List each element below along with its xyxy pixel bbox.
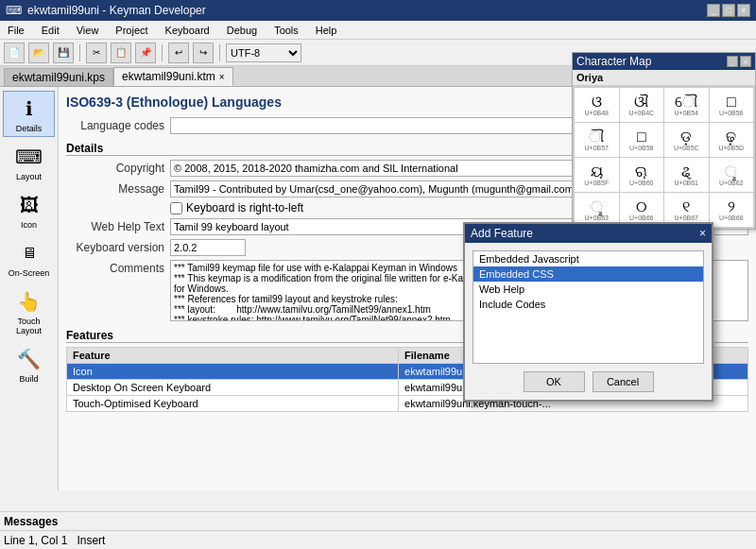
menu-project[interactable]: Project bbox=[112, 24, 151, 37]
dialog-list-item-selected[interactable]: Embedded CSS bbox=[473, 266, 703, 282]
encoding-select[interactable]: UTF-8 bbox=[226, 43, 301, 62]
copy-button[interactable]: 📋 bbox=[111, 43, 131, 63]
maximize-button[interactable]: □ bbox=[722, 4, 735, 17]
char-cell[interactable]: □ U+0B56 bbox=[710, 88, 754, 122]
save-button[interactable]: 💾 bbox=[53, 43, 74, 63]
char-map-panel: Character Map _ × Oriya ଓ U+0B48 ଔ U+0B4… bbox=[572, 52, 756, 230]
paste-button[interactable]: 📌 bbox=[135, 43, 156, 63]
dialog-title-bar: Add Feature × bbox=[465, 224, 712, 243]
char-cell[interactable]: ଓ U+0B48 bbox=[575, 88, 619, 122]
app-icon: ⌨ bbox=[6, 4, 22, 17]
open-button[interactable]: 📂 bbox=[28, 43, 49, 63]
cancel-button[interactable]: Cancel bbox=[593, 371, 654, 392]
sidebar-details-label: Details bbox=[16, 124, 43, 133]
menu-help[interactable]: Help bbox=[312, 24, 341, 37]
char-cell[interactable]: ୢ U+0B62 bbox=[710, 158, 754, 192]
messages-label: Messages bbox=[4, 515, 58, 528]
copyright-label: Copyright bbox=[66, 160, 170, 175]
touch-icon: 👆 bbox=[15, 287, 43, 316]
char-cell[interactable]: ୟ U+0B5F bbox=[575, 158, 619, 192]
version-label: Keyboard version bbox=[66, 239, 170, 254]
char-map-minimize[interactable]: _ bbox=[727, 56, 738, 67]
close-button[interactable]: × bbox=[737, 4, 750, 17]
tab-kps[interactable]: ekwtamil99uni.kps bbox=[4, 68, 113, 86]
dialog-list: Embedded Javascript Embedded CSS Web Hel… bbox=[472, 250, 704, 364]
toolbar-separator-3 bbox=[219, 44, 220, 61]
tab-ktm-close[interactable]: × bbox=[219, 72, 225, 82]
details-icon: ℹ bbox=[15, 94, 43, 123]
char-cell[interactable]: ଢ଼ U+0B5D bbox=[710, 123, 754, 157]
layout-icon: ⌨ bbox=[15, 143, 43, 171]
language-codes-label: Language codes bbox=[66, 117, 170, 132]
menu-file[interactable]: File bbox=[4, 24, 28, 37]
icon-icon: 🖼 bbox=[15, 191, 43, 219]
char-cell[interactable]: ୌ U+0B54 bbox=[664, 88, 709, 122]
dialog-title: Add Feature bbox=[471, 227, 533, 240]
sidebar-item-build[interactable]: 🔨 Build bbox=[3, 341, 55, 387]
sidebar-touch-label: Touch Layout bbox=[6, 317, 52, 335]
feature-cell: Desktop On Screen Keyboard bbox=[67, 380, 399, 396]
tab-ktm-label: ekwtamil99uni.ktm bbox=[122, 70, 215, 83]
menu-tools[interactable]: Tools bbox=[270, 24, 302, 37]
char-cell[interactable]: ୡ U+0B61 bbox=[664, 158, 709, 192]
char-cell[interactable]: □ U+0B58 bbox=[620, 123, 664, 157]
title-bar: ⌨ ekwtamil99uni - Keyman Developer _ □ × bbox=[0, 0, 756, 21]
sidebar-item-icon[interactable]: 🖼 Icon bbox=[3, 187, 55, 233]
menu-view[interactable]: View bbox=[73, 24, 103, 37]
redo-button[interactable]: ↪ bbox=[193, 43, 214, 63]
toolbar-separator-1 bbox=[79, 44, 80, 61]
char-cell[interactable]: ୨ U+0B68 bbox=[710, 193, 754, 227]
build-icon: 🔨 bbox=[15, 345, 43, 373]
dialog-list-item[interactable]: Web Help bbox=[473, 282, 703, 297]
sidebar: ℹ Details ⌨ Layout 🖼 Icon 🖥 On-Screen 👆 … bbox=[0, 87, 59, 490]
onscreen-icon: 🖥 bbox=[15, 239, 43, 267]
char-cell[interactable]: ଡ଼ U+0B5C bbox=[664, 123, 709, 157]
char-map-subtitle: Oriya bbox=[573, 70, 755, 86]
dialog-buttons: OK Cancel bbox=[472, 371, 704, 392]
status-bar: Line 1, Col 1 Insert bbox=[0, 530, 756, 549]
sidebar-onscreen-label: On-Screen bbox=[9, 268, 50, 278]
undo-button[interactable]: ↩ bbox=[168, 43, 189, 63]
char-map-title: Character Map bbox=[576, 55, 651, 68]
ok-button[interactable]: OK bbox=[524, 371, 585, 392]
menu-debug[interactable]: Debug bbox=[223, 24, 261, 37]
dialog-content: Embedded Javascript Embedded CSS Web Hel… bbox=[465, 243, 712, 400]
message-label: Message bbox=[66, 180, 170, 196]
tab-kps-label: ekwtamil99uni.kps bbox=[12, 71, 105, 84]
feature-cell: Icon bbox=[67, 364, 399, 380]
char-grid: ଓ U+0B48 ଔ U+0B4C ୌ U+0B54 □ U+0B56 ୗ U+… bbox=[573, 86, 755, 229]
dialog-list-item[interactable]: Embedded Javascript bbox=[473, 251, 703, 266]
tab-ktm[interactable]: ekwtamil99uni.ktm × bbox=[113, 67, 233, 86]
sidebar-item-touch[interactable]: 👆 Touch Layout bbox=[3, 283, 55, 339]
feature-cell: Touch-Optimised Keyboard bbox=[67, 396, 399, 412]
char-cell[interactable]: ୠ U+0B60 bbox=[620, 158, 664, 192]
menu-edit[interactable]: Edit bbox=[38, 24, 63, 37]
edit-mode: Insert bbox=[77, 534, 105, 547]
version-input[interactable] bbox=[170, 239, 246, 256]
menu-bar: File Edit View Project Keyboard Debug To… bbox=[0, 21, 756, 40]
rtl-checkbox[interactable] bbox=[170, 202, 182, 214]
char-cell[interactable]: ଔ U+0B4C bbox=[620, 88, 664, 122]
col-feature: Feature bbox=[67, 348, 399, 364]
cursor-position: Line 1, Col 1 bbox=[4, 534, 67, 547]
menu-keyboard[interactable]: Keyboard bbox=[162, 24, 214, 37]
sidebar-icon-label: Icon bbox=[21, 220, 37, 230]
webhelp-label: Web Help Text bbox=[66, 218, 170, 233]
minimize-button[interactable]: _ bbox=[707, 4, 720, 17]
char-map-title-bar: Character Map _ × bbox=[573, 53, 755, 70]
dialog-list-item[interactable]: Include Codes bbox=[473, 297, 703, 312]
char-map-close[interactable]: × bbox=[740, 56, 751, 67]
messages-bar: Messages bbox=[0, 511, 756, 530]
sidebar-item-details[interactable]: ℹ Details bbox=[3, 91, 55, 137]
char-cell[interactable]: ୗ U+0B57 bbox=[575, 123, 619, 157]
dialog-close-button[interactable]: × bbox=[699, 227, 706, 240]
title-bar-text: ekwtamil99uni - Keyman Developer bbox=[27, 4, 206, 17]
new-button[interactable]: 📄 bbox=[4, 43, 25, 63]
sidebar-item-layout[interactable]: ⌨ Layout bbox=[3, 139, 55, 185]
add-feature-dialog: Add Feature × Embedded Javascript Embedd… bbox=[463, 222, 713, 402]
sidebar-item-onscreen[interactable]: 🖥 On-Screen bbox=[3, 235, 55, 282]
sidebar-layout-label: Layout bbox=[16, 172, 42, 181]
title-bar-controls: _ □ × bbox=[707, 4, 750, 17]
cut-button[interactable]: ✂ bbox=[86, 43, 107, 63]
comments-label: Comments bbox=[66, 260, 170, 275]
